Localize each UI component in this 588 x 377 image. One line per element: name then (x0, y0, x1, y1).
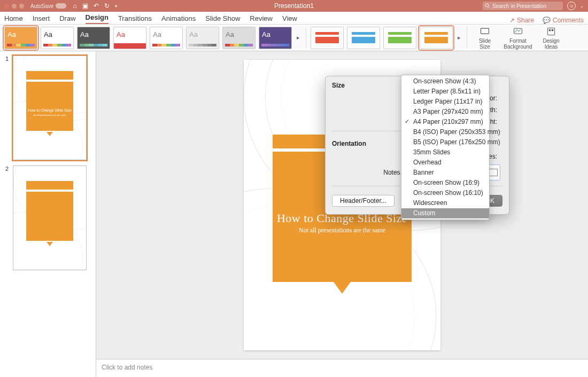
svg-point-0 (485, 4, 489, 7)
theme-gallery-more-icon[interactable]: ▸ (295, 34, 301, 41)
format-background-button[interactable]: Format Background (505, 26, 531, 50)
theme-thumb[interactable]: Aa (77, 27, 110, 49)
close-window-icon[interactable] (4, 4, 9, 9)
tab-design[interactable]: Design (86, 11, 109, 24)
comments-button[interactable]: 💬Comments (543, 17, 584, 24)
dropdown-item[interactable]: Letter Paper (8.5x11 in) (401, 87, 489, 97)
autosave-switch-icon[interactable] (56, 3, 66, 9)
variant-gallery: ▸ (311, 27, 462, 49)
tab-insert[interactable]: Insert (33, 12, 50, 24)
title-bar: AutoSave ⌂ ▣ ↶ ↻ ▾ Presentation1 Search … (0, 0, 588, 12)
zoom-window-icon[interactable] (19, 4, 24, 9)
autosave-label: AutoSave (30, 3, 53, 9)
svg-rect-6 (552, 29, 553, 30)
tab-view[interactable]: View (282, 12, 297, 24)
design-ideas-icon (546, 26, 556, 37)
titlebar-chevron-icon[interactable]: ⌄ (580, 4, 584, 9)
slide-size-button[interactable]: Slide Size (471, 26, 498, 50)
dropdown-item[interactable]: On-screen Show (4:3) (401, 76, 489, 87)
theme-gallery: Aa Aa Aa Aa Aa Aa Aa Aa ▸ (4, 27, 301, 49)
tab-slideshow[interactable]: Slide Show (205, 12, 240, 24)
ribbon-separator (467, 27, 467, 49)
variant-thumb[interactable] (347, 27, 380, 49)
variant-thumb[interactable] (311, 27, 344, 49)
home-icon[interactable]: ⌂ (73, 2, 76, 10)
slide-size-icon (479, 26, 490, 37)
slide-thumbnail[interactable] (13, 166, 87, 270)
notes-pane[interactable]: Click to add notes (96, 359, 588, 377)
dropdown-item[interactable]: On-screen Show (16:10) (401, 188, 489, 198)
dropdown-item[interactable]: Custom (401, 208, 489, 218)
svg-rect-4 (547, 28, 554, 35)
format-background-icon (513, 26, 523, 37)
slide-thumbnail[interactable]: How to Change Slide Size Not all present… (13, 56, 87, 160)
svg-rect-2 (481, 28, 489, 34)
dropdown-item[interactable]: On-screen Show (16:9) (401, 178, 489, 188)
theme-thumb[interactable]: Aa (113, 27, 146, 49)
tab-review[interactable]: Review (250, 12, 273, 24)
share-icon: ↗ (509, 17, 515, 24)
header-footer-button[interactable]: Header/Footer... (332, 195, 394, 207)
tab-animations[interactable]: Animations (161, 12, 196, 24)
slide-shape-tail (334, 282, 351, 294)
theme-thumb[interactable]: Aa (150, 27, 183, 49)
tab-transitions[interactable]: Transitions (118, 12, 152, 24)
svg-line-1 (489, 7, 490, 9)
variant-thumb[interactable] (383, 27, 416, 49)
dropdown-item[interactable]: Overhead (401, 158, 489, 168)
window-controls (0, 4, 24, 9)
design-ideas-button[interactable]: Design Ideas (538, 26, 564, 50)
ribbon-design-panel: Aa Aa Aa Aa Aa Aa Aa Aa ▸ ▸ Slide Size F… (0, 25, 588, 51)
slide-thumbnail-panel: 1 How to Change Slide Size Not all prese… (0, 51, 96, 377)
save-icon[interactable]: ▣ (82, 2, 88, 10)
dropdown-item[interactable]: B4 (ISO) Paper (250x353 mm) (401, 127, 489, 137)
variant-gallery-more-icon[interactable]: ▸ (456, 34, 462, 41)
slide-subtitle-text[interactable]: Not all presentations are the same (244, 226, 440, 234)
theme-thumb[interactable]: Aa (222, 27, 256, 49)
tab-draw[interactable]: Draw (59, 12, 75, 24)
account-avatar-icon[interactable]: ☺ (567, 2, 576, 10)
slide-size-dropdown: On-screen Show (4:3)Letter Paper (8.5x11… (401, 75, 490, 220)
dropdown-item[interactable]: 35mm Slides (401, 147, 489, 158)
variant-thumb[interactable] (420, 27, 453, 49)
thumbnail-number: 2 (5, 166, 10, 270)
dropdown-item[interactable]: A3 Paper (297x420 mm) (401, 107, 489, 117)
undo-icon[interactable]: ↶ (94, 2, 99, 10)
search-placeholder: Search in Presentation (492, 3, 546, 9)
theme-thumb[interactable]: Aa (41, 27, 74, 49)
theme-thumb[interactable]: Aa (186, 27, 219, 49)
ribbon-customize-group: Slide Size Format Background Design Idea… (471, 26, 564, 50)
document-title: Presentation1 (274, 2, 314, 10)
qat-more-icon[interactable]: ▾ (115, 4, 117, 9)
search-input[interactable]: Search in Presentation (483, 2, 563, 10)
svg-rect-5 (549, 29, 551, 30)
dropdown-item[interactable]: A4 Paper (210x297 mm) (401, 117, 489, 127)
ribbon-tabs: Home Insert Draw Design Transitions Anim… (0, 12, 588, 25)
dropdown-item[interactable]: Banner (401, 168, 489, 178)
svg-rect-3 (514, 28, 522, 34)
dropdown-item[interactable]: B5 (ISO) Paper (176x250 mm) (401, 137, 489, 147)
share-button[interactable]: ↗Share (509, 17, 534, 24)
quick-access-toolbar: ⌂ ▣ ↶ ↻ ▾ (73, 2, 117, 10)
minimize-window-icon[interactable] (12, 4, 17, 9)
theme-thumb[interactable]: Aa (4, 27, 37, 49)
search-icon (485, 3, 490, 9)
ribbon-separator (306, 27, 306, 49)
thumbnail-number: 1 (5, 56, 10, 160)
redo-icon[interactable]: ↻ (104, 2, 110, 10)
dropdown-item[interactable]: Ledger Paper (11x17 in) (401, 97, 489, 107)
comments-icon: 💬 (543, 17, 551, 24)
autosave-toggle[interactable]: AutoSave (30, 3, 66, 9)
tab-home[interactable]: Home (4, 12, 23, 24)
dropdown-item[interactable]: Widescreen (401, 198, 489, 208)
notes-placeholder: Click to add notes (102, 364, 152, 371)
theme-thumb[interactable]: Aa (259, 27, 292, 49)
